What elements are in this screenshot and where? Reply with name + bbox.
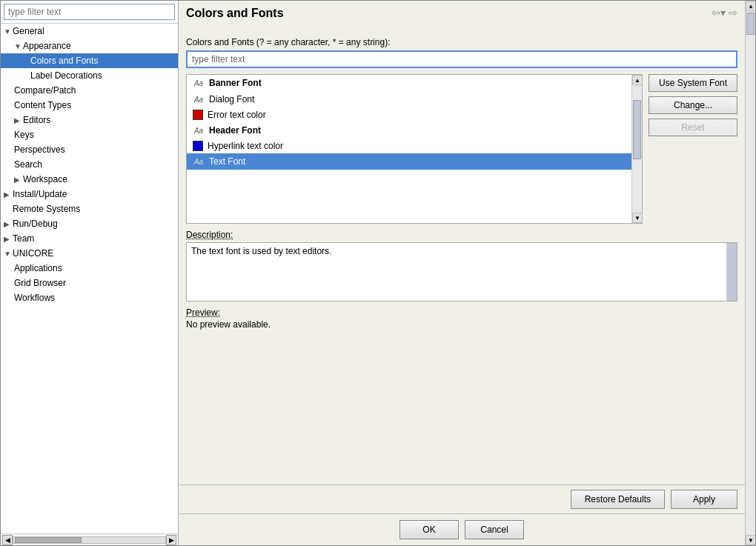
sidebar-item-applications[interactable]: Applications bbox=[1, 261, 178, 276]
hscroll-left-btn[interactable]: ◀ bbox=[2, 535, 13, 545]
font-item-label: Text Font bbox=[209, 156, 245, 167]
font-filter-input[interactable] bbox=[186, 50, 737, 68]
font-filter-row bbox=[186, 50, 737, 68]
team-arrow: ▶ bbox=[4, 235, 13, 243]
restore-defaults-button[interactable]: Restore Defaults bbox=[571, 490, 665, 509]
description-label: Description: bbox=[186, 230, 737, 240]
outer-scroll-up-btn[interactable]: ▲ bbox=[746, 1, 755, 11]
color-swatch-red bbox=[193, 110, 203, 120]
tree-area: ▼ General ▼ Appearance Colors and Fonts bbox=[1, 24, 178, 533]
sidebar-item-run-debug[interactable]: ▶ Run/Debug bbox=[1, 216, 178, 231]
hscroll-thumb[interactable] bbox=[15, 537, 82, 543]
outer-scroll-thumb[interactable] bbox=[746, 13, 755, 35]
sidebar-item-label: Team bbox=[13, 233, 34, 244]
unicore-arrow: ▼ bbox=[4, 250, 13, 258]
desc-scrollbar[interactable] bbox=[726, 243, 737, 301]
tree-hscroll[interactable]: ◀ ▶ bbox=[1, 533, 178, 545]
preview-text: No preview available. bbox=[186, 319, 737, 330]
font-list-item[interactable]: Hyperlink text color bbox=[187, 139, 631, 153]
font-item-label: Header Font bbox=[209, 125, 261, 136]
hscroll-track bbox=[13, 536, 166, 544]
sidebar-item-grid-browser[interactable]: Grid Browser bbox=[1, 276, 178, 290]
sidebar-item-team[interactable]: ▶ Team bbox=[1, 231, 178, 246]
sidebar-item-general[interactable]: ▼ General bbox=[1, 24, 178, 39]
sidebar-item-label: Perspectives bbox=[14, 144, 65, 155]
left-panel: ▼ General ▼ Appearance Colors and Fonts bbox=[1, 1, 179, 545]
nav-back-button[interactable]: ⇦▾ bbox=[712, 7, 726, 19]
tree-filter-input[interactable] bbox=[4, 4, 175, 20]
sidebar-item-label: Workflows bbox=[14, 293, 55, 303]
font-list-item-selected[interactable]: Aa Text Font bbox=[187, 153, 631, 170]
sidebar-item-content-types[interactable]: Content Types bbox=[1, 98, 178, 113]
sidebar-item-label: Editors bbox=[23, 115, 50, 125]
scrollbar-thumb[interactable] bbox=[633, 100, 641, 159]
font-icon: Aa bbox=[193, 124, 205, 136]
sidebar-item-label: Compare/Patch bbox=[14, 85, 76, 96]
install-arrow: ▶ bbox=[4, 190, 13, 199]
reset-button[interactable]: Reset bbox=[649, 119, 737, 136]
sidebar-item-colors-and-fonts[interactable]: Colors and Fonts bbox=[1, 53, 178, 68]
preview-label: Preview: bbox=[186, 307, 737, 318]
content-area: Aa Banner Font Aa Dialog Font bbox=[186, 74, 737, 224]
sidebar-item-label: Label Decorations bbox=[30, 70, 102, 81]
sidebar-item-install-update[interactable]: ▶ Install/Update bbox=[1, 187, 178, 202]
sidebar-item-label: Workspace bbox=[23, 174, 67, 184]
general-arrow: ▼ bbox=[4, 27, 13, 36]
ok-cancel-bar: OK Cancel bbox=[179, 513, 745, 545]
font-list-wrap: Aa Banner Font Aa Dialog Font bbox=[186, 74, 643, 224]
font-list-item[interactable]: Aa Header Font bbox=[187, 122, 631, 139]
outer-scrollbar[interactable]: ▲ ▼ bbox=[745, 1, 755, 545]
font-icon: Aa bbox=[193, 93, 205, 105]
sidebar-item-workflows[interactable]: Workflows bbox=[1, 290, 178, 305]
sidebar-item-search[interactable]: Search bbox=[1, 157, 178, 172]
cancel-button[interactable]: Cancel bbox=[465, 520, 524, 539]
scrollbar-track bbox=[632, 85, 642, 213]
right-panel-inner: Colors and Fonts ⇦▾ ⇨ Colors and Fonts (… bbox=[179, 1, 745, 545]
scrollbar-down-btn[interactable]: ▼ bbox=[632, 213, 643, 223]
sidebar-item-label: Grid Browser bbox=[14, 278, 66, 288]
font-list-item[interactable]: Aa Dialog Font bbox=[187, 91, 631, 107]
change-button[interactable]: Change... bbox=[649, 96, 737, 114]
apply-button[interactable]: Apply bbox=[671, 490, 737, 509]
sidebar-item-unicore[interactable]: ▼ UNICORE bbox=[1, 246, 178, 261]
sidebar-item-perspectives[interactable]: Perspectives bbox=[1, 142, 178, 157]
sidebar-item-label: Applications bbox=[14, 263, 62, 273]
scrollbar-up-btn[interactable]: ▲ bbox=[632, 75, 643, 85]
use-system-font-button[interactable]: Use System Font bbox=[649, 74, 737, 92]
rundebug-arrow: ▶ bbox=[4, 220, 13, 228]
appearance-arrow: ▼ bbox=[14, 42, 23, 50]
sidebar-item-label: Search bbox=[14, 159, 42, 170]
font-list-item[interactable]: Error text color bbox=[187, 107, 631, 122]
editors-arrow: ▶ bbox=[14, 116, 23, 124]
font-list: Aa Banner Font Aa Dialog Font bbox=[187, 75, 642, 223]
sidebar-item-label-decorations[interactable]: Label Decorations bbox=[1, 68, 178, 83]
right-panel-top: Colors and Fonts ⇦▾ ⇨ bbox=[179, 1, 745, 23]
hscroll-right-btn[interactable]: ▶ bbox=[166, 535, 176, 545]
sidebar-item-keys[interactable]: Keys bbox=[1, 127, 178, 142]
page-title: Colors and Fonts bbox=[186, 7, 284, 23]
font-icon: Aa bbox=[193, 77, 205, 89]
font-list-item[interactable]: Aa Banner Font bbox=[187, 75, 631, 91]
filter-label: Colors and Fonts (? = any character, * =… bbox=[186, 37, 737, 47]
description-box: The text font is used by text editors. bbox=[186, 242, 737, 302]
right-buttons: Use System Font Change... Reset bbox=[649, 74, 737, 224]
sidebar-item-label: Keys bbox=[14, 130, 34, 140]
ok-button[interactable]: OK bbox=[399, 520, 459, 539]
sidebar-item-label: Install/Update bbox=[13, 189, 67, 199]
outer-scroll-down-btn[interactable]: ▼ bbox=[746, 535, 755, 545]
sidebar-item-remote-systems[interactable]: Remote Systems bbox=[1, 202, 178, 216]
workspace-arrow: ▶ bbox=[14, 176, 23, 184]
sidebar-item-editors[interactable]: ▶ Editors bbox=[1, 113, 178, 127]
preferences-dialog: ▼ General ▼ Appearance Colors and Fonts bbox=[0, 0, 756, 546]
sidebar-item-compare-patch[interactable]: Compare/Patch bbox=[1, 83, 178, 98]
font-item-label: Dialog Font bbox=[209, 94, 254, 104]
nav-forward-button[interactable]: ⇨ bbox=[729, 7, 737, 19]
sidebar-item-label: Content Types bbox=[14, 100, 71, 110]
sidebar-item-label: Appearance bbox=[23, 41, 71, 51]
sidebar-item-workspace[interactable]: ▶ Workspace bbox=[1, 172, 178, 187]
sidebar-item-appearance[interactable]: ▼ Appearance bbox=[1, 39, 178, 53]
sidebar-item-label: Colors and Fonts bbox=[30, 56, 98, 66]
list-scrollbar[interactable]: ▲ ▼ bbox=[631, 75, 642, 223]
font-icon: Aa bbox=[193, 156, 205, 167]
tree-filter-wrap bbox=[1, 1, 178, 24]
